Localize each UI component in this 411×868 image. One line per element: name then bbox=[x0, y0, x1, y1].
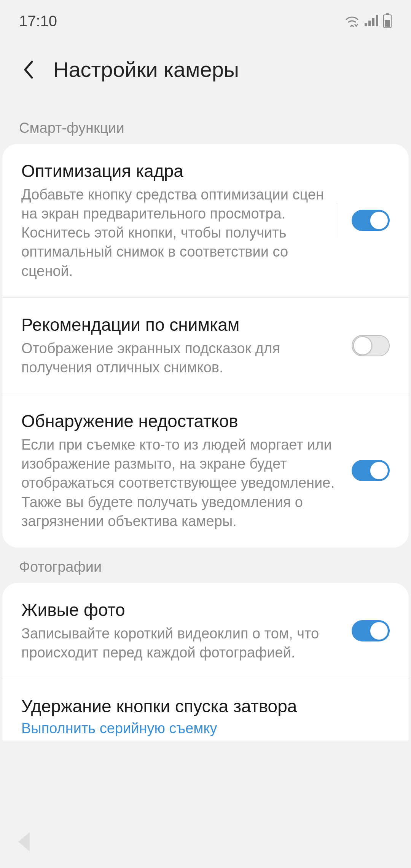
battery-icon bbox=[383, 13, 392, 29]
svg-rect-0 bbox=[365, 23, 367, 26]
row-title: Удержание кнопки спуска затвора bbox=[21, 696, 382, 716]
row-flaw-detection[interactable]: Обнаружение недостатков Если при съемке … bbox=[2, 394, 409, 547]
row-content: Живые фото Записывайте короткий видеокли… bbox=[21, 600, 352, 662]
chevron-left-icon bbox=[23, 60, 34, 79]
back-button[interactable] bbox=[19, 60, 38, 79]
toggle-live-photos[interactable] bbox=[352, 620, 390, 641]
row-content: Удержание кнопки спуска затвора Выполнит… bbox=[21, 696, 390, 737]
svg-rect-6 bbox=[385, 20, 390, 27]
row-desc: Если при съемке кто-то из людей моргает … bbox=[21, 435, 344, 531]
row-live-photos[interactable]: Живые фото Записывайте короткий видеокли… bbox=[2, 583, 409, 679]
header: Настройки камеры bbox=[0, 38, 411, 108]
row-shot-suggestions[interactable]: Рекомендации по снимкам Отображение экра… bbox=[2, 297, 409, 394]
row-shutter-hold[interactable]: Удержание кнопки спуска затвора Выполнит… bbox=[2, 679, 409, 740]
card-smart-functions: Оптимизация кадра Добавьте кнопку средст… bbox=[2, 144, 409, 547]
row-control bbox=[352, 460, 390, 481]
row-desc: Отображение экранных подсказок для получ… bbox=[21, 339, 344, 377]
row-desc: Записывайте короткий видеоклип о том, чт… bbox=[21, 624, 344, 662]
row-scene-optimizer[interactable]: Оптимизация кадра Добавьте кнопку средст… bbox=[2, 144, 409, 297]
card-photos: Живые фото Записывайте короткий видеокли… bbox=[2, 583, 409, 740]
row-title: Обнаружение недостатков bbox=[21, 411, 344, 431]
toggle-flaw-detection[interactable] bbox=[352, 460, 390, 481]
toggle-scene-optimizer[interactable] bbox=[352, 210, 390, 231]
svg-rect-1 bbox=[368, 21, 371, 26]
row-content: Оптимизация кадра Добавьте кнопку средст… bbox=[21, 161, 337, 281]
row-title: Оптимизация кадра bbox=[21, 161, 329, 181]
status-bar: 17:10 bbox=[0, 0, 411, 38]
wifi-icon bbox=[344, 15, 360, 27]
page-title: Настройки камеры bbox=[53, 57, 239, 82]
status-time: 17:10 bbox=[19, 13, 57, 30]
row-title: Рекомендации по снимкам bbox=[21, 314, 344, 335]
row-control bbox=[337, 203, 390, 238]
divider bbox=[337, 203, 337, 238]
section-header-photos: Фотографии bbox=[0, 547, 411, 583]
row-content: Рекомендации по снимкам Отображение экра… bbox=[21, 314, 352, 377]
row-title: Живые фото bbox=[21, 600, 344, 620]
svg-rect-2 bbox=[372, 18, 374, 26]
nav-back-gesture-icon bbox=[11, 828, 38, 857]
row-content: Обнаружение недостатков Если при съемке … bbox=[21, 411, 352, 531]
svg-rect-3 bbox=[376, 15, 378, 26]
status-icons bbox=[344, 13, 392, 29]
signal-icon bbox=[365, 15, 378, 27]
row-desc: Добавьте кнопку средства оптимизации сце… bbox=[21, 185, 329, 281]
toggle-shot-suggestions[interactable] bbox=[352, 335, 390, 356]
row-control bbox=[352, 335, 390, 356]
row-value: Выполнить серийную съемку bbox=[21, 720, 382, 737]
row-control bbox=[352, 620, 390, 641]
section-header-smart: Смарт-функции bbox=[0, 108, 411, 144]
